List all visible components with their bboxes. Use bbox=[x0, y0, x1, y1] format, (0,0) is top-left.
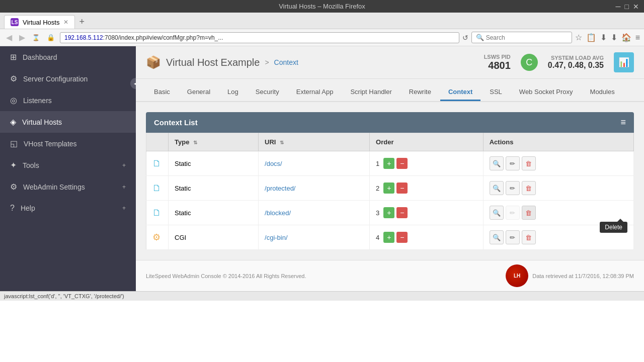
row4-edit-button[interactable]: ✏ bbox=[506, 230, 520, 244]
row1-view-button[interactable]: 🔍 bbox=[490, 156, 504, 170]
sidebar-item-vhost-templates[interactable]: ◱ VHost Templates bbox=[0, 133, 136, 154]
row4-order-num: 4 bbox=[376, 234, 379, 241]
maximize-button[interactable]: □ bbox=[625, 3, 629, 11]
tab-log[interactable]: Log bbox=[219, 84, 247, 101]
bookmark-star-icon[interactable]: ☆ bbox=[575, 33, 582, 42]
refresh-button[interactable]: ↺ bbox=[462, 34, 468, 42]
back-button[interactable]: ◀ bbox=[4, 32, 14, 43]
list-view-icon[interactable]: ≡ bbox=[620, 117, 626, 128]
row4-order-cell: 4 + − bbox=[376, 232, 477, 243]
sidebar-item-dashboard[interactable]: ⊞ Dashboard bbox=[0, 46, 136, 68]
sidebar-item-tools[interactable]: ✦ Tools + bbox=[0, 154, 136, 176]
search-bar[interactable]: 🔍 bbox=[471, 32, 572, 43]
row1-type: Static bbox=[169, 151, 259, 176]
row3-uri-link[interactable]: /blocked/ bbox=[265, 209, 291, 217]
new-tab-button[interactable]: + bbox=[79, 17, 85, 27]
file-icon: 🗋 bbox=[152, 158, 162, 168]
row2-order: 2 + − bbox=[370, 176, 484, 201]
tab-favicon: LS bbox=[11, 18, 19, 26]
pocket-icon[interactable]: ⬇ bbox=[600, 33, 607, 42]
row3-edit-button[interactable]: ✏ bbox=[506, 206, 520, 220]
browser-title: Virtual Hosts – Mozilla Firefox bbox=[279, 3, 365, 10]
status-text: javascript:lst_conf('d', '', 'VT_CTXG', … bbox=[4, 293, 124, 299]
row3-order-up-button[interactable]: + bbox=[383, 207, 394, 218]
row4-view-button[interactable]: 🔍 bbox=[490, 230, 504, 244]
row1-order-down-button[interactable]: − bbox=[396, 158, 408, 169]
tab-rewrite[interactable]: Rewrite bbox=[401, 84, 439, 101]
page-title: Virtual Host Example bbox=[166, 57, 260, 68]
sidebar-item-listeners[interactable]: ◎ Listeners bbox=[0, 89, 136, 111]
browser-tab-virtual-hosts[interactable]: LS Virtual Hosts ✕ bbox=[4, 15, 75, 29]
row2-order-up-button[interactable]: + bbox=[383, 183, 394, 194]
browser-titlebar: Virtual Hosts – Mozilla Firefox ─ □ ✕ bbox=[0, 0, 644, 13]
download-icon[interactable]: ⬇ bbox=[611, 33, 617, 42]
address-bar[interactable]: 192.168.5.112:7080/index.php#view/confMg… bbox=[60, 32, 459, 43]
linuxhelp-logo: LH bbox=[506, 264, 528, 287]
sidebar-item-label: Server Configuration bbox=[23, 75, 88, 83]
status-bar: javascript:lst_conf('d', '', 'VT_CTXG', … bbox=[0, 291, 644, 301]
tab-web-socket-proxy[interactable]: Web Socket Proxy bbox=[511, 84, 581, 101]
main-content: 📦 Virtual Host Example > Context LSWS PI… bbox=[136, 46, 644, 291]
webadmin-settings-icon: ⚙ bbox=[10, 182, 17, 192]
sidebar-item-help[interactable]: ? Help + bbox=[0, 198, 136, 219]
row4-uri: /cgi-bin/ bbox=[259, 225, 370, 250]
row1-uri-link[interactable]: /docs/ bbox=[265, 160, 282, 167]
menu-icon[interactable]: ≡ bbox=[635, 33, 640, 42]
sidebar-item-virtual-hosts[interactable]: ◈ Virtual Hosts bbox=[0, 111, 136, 133]
breadcrumb-context[interactable]: Context bbox=[274, 58, 298, 66]
row2-uri: /protected/ bbox=[259, 176, 370, 201]
restart-button[interactable]: C bbox=[521, 54, 538, 71]
webadmin-expand-icon: + bbox=[122, 184, 126, 191]
context-list-title: Context List bbox=[154, 118, 198, 127]
gear-icon: ⚙ bbox=[152, 232, 160, 242]
uri-sort-icon[interactable]: ⇅ bbox=[280, 140, 284, 145]
reading-list-icon[interactable]: 📋 bbox=[586, 33, 596, 42]
forward-button[interactable]: ▶ bbox=[17, 32, 27, 43]
row2-edit-button[interactable]: ✏ bbox=[506, 181, 520, 195]
tab-context[interactable]: Context bbox=[440, 84, 480, 101]
page-footer: LiteSpeed WebAdmin Console © 2014-2016 A… bbox=[136, 260, 644, 291]
row3-view-button[interactable]: 🔍 bbox=[490, 206, 504, 220]
row4-order: 4 + − bbox=[370, 225, 484, 250]
row2-order-cell: 2 + − bbox=[376, 183, 477, 194]
row4-order-up-button[interactable]: + bbox=[383, 232, 394, 243]
row2-view-button[interactable]: 🔍 bbox=[490, 181, 504, 195]
row3-delete-button[interactable]: 🗑 bbox=[522, 206, 536, 220]
close-button[interactable]: ✕ bbox=[633, 3, 639, 11]
file-icon: 🗋 bbox=[152, 183, 162, 193]
row2-uri-link[interactable]: /protected/ bbox=[265, 185, 295, 192]
home-icon[interactable]: 🏠 bbox=[621, 33, 631, 42]
chart-button[interactable]: 📊 bbox=[614, 52, 634, 72]
type-sort-icon[interactable]: ⇅ bbox=[193, 140, 197, 145]
row1-order-up-button[interactable]: + bbox=[383, 158, 394, 169]
table-row: ⚙ CGI /cgi-bin/ 4 + − bbox=[146, 225, 634, 250]
tab-basic[interactable]: Basic bbox=[146, 84, 178, 101]
row1-delete-button[interactable]: 🗑 bbox=[522, 156, 536, 170]
minimize-button[interactable]: ─ bbox=[616, 3, 621, 11]
row2-order-down-button[interactable]: − bbox=[396, 183, 408, 194]
sidebar-item-webadmin-settings[interactable]: ⚙ WebAdmin Settings + bbox=[0, 176, 136, 198]
history-button[interactable]: ⌛ bbox=[30, 33, 42, 42]
search-input[interactable] bbox=[486, 34, 568, 41]
vhost-templates-icon: ◱ bbox=[10, 139, 18, 148]
tab-external-app[interactable]: External App bbox=[288, 84, 342, 101]
tab-general[interactable]: General bbox=[179, 84, 218, 101]
tab-modules[interactable]: Modules bbox=[582, 84, 623, 101]
tab-ssl[interactable]: SSL bbox=[481, 84, 510, 101]
tab-close-button[interactable]: ✕ bbox=[63, 19, 68, 26]
row4-order-down-button[interactable]: − bbox=[396, 232, 408, 243]
content-area: Context List ≡ Type ⇅ URI ⇅ bbox=[136, 102, 644, 260]
tab-security[interactable]: Security bbox=[248, 84, 287, 101]
tools-icon: ✦ bbox=[10, 160, 17, 170]
sidebar-item-server-configuration[interactable]: ⚙ Server Configuration bbox=[0, 68, 136, 89]
row3-uri: /blocked/ bbox=[259, 201, 370, 225]
row4-delete-button[interactable]: 🗑 bbox=[522, 230, 536, 244]
row2-delete-button[interactable]: 🗑 bbox=[522, 181, 536, 195]
row1-edit-button[interactable]: ✏ bbox=[506, 156, 520, 170]
row4-uri-link[interactable]: /cgi-bin/ bbox=[265, 234, 288, 241]
tab-script-handler[interactable]: Script Handler bbox=[342, 84, 399, 101]
page-wrapper: ⊞ Dashboard ⚙ Server Configuration ◎ Lis… bbox=[0, 46, 644, 291]
sidebar-item-label: VHost Templates bbox=[24, 140, 77, 148]
main-header: 📦 Virtual Host Example > Context LSWS PI… bbox=[136, 46, 644, 79]
row3-order-down-button[interactable]: − bbox=[396, 207, 408, 218]
